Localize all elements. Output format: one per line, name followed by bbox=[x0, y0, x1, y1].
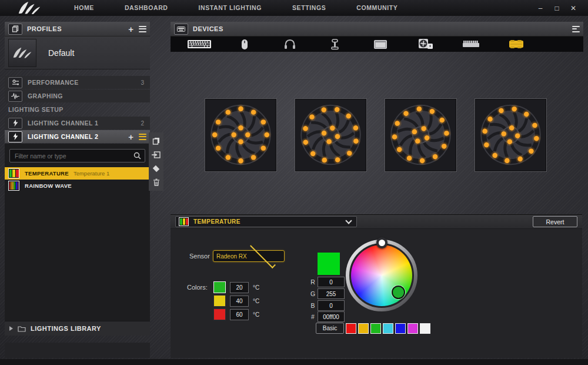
sidebar-item-lighting-channel-2[interactable]: LIGHTING CHANNEL 2 + bbox=[5, 130, 150, 143]
temperature-gradient-swatch bbox=[179, 217, 189, 226]
stop-color-swatch[interactable] bbox=[213, 308, 226, 320]
devices-title: DEVICES bbox=[193, 25, 572, 32]
temperature-gradient-swatch bbox=[8, 168, 19, 178]
lightings-library-toggle[interactable]: LIGHTINGS LIBRARY bbox=[5, 321, 150, 336]
device-memory[interactable] bbox=[448, 36, 493, 52]
device-keyboard[interactable] bbox=[176, 36, 222, 52]
nav-settings[interactable]: SETTINGS bbox=[277, 0, 341, 16]
effect-item-temperature[interactable]: TEMPERATURE Temperature 1 bbox=[5, 167, 150, 180]
effect-settings-panel: TEMPERATURE Revert Sensor Radeon RX Vega… bbox=[171, 215, 582, 358]
revert-button[interactable]: Revert bbox=[533, 216, 577, 227]
stop-temp-input[interactable] bbox=[230, 296, 249, 307]
device-lighting-node[interactable] bbox=[493, 36, 539, 52]
nav-dashboard[interactable]: DASHBOARD bbox=[109, 0, 183, 16]
chevron-down-icon bbox=[250, 243, 276, 268]
nav-community[interactable]: COMMUNITY bbox=[341, 0, 413, 16]
fan-4[interactable] bbox=[475, 98, 547, 172]
sidebar-section-lighting-setup: LIGHTING SETUP bbox=[5, 103, 150, 116]
hex-input[interactable] bbox=[318, 311, 345, 322]
folder-icon bbox=[18, 326, 26, 332]
sidebar-item-graphing[interactable]: GRAPHING bbox=[5, 89, 150, 102]
sidebar-item-lighting-channel-1[interactable]: LIGHTING CHANNEL 1 2 bbox=[5, 117, 150, 130]
minimize-button[interactable]: – bbox=[536, 4, 544, 12]
effect-label: TEMPERATURE bbox=[25, 170, 69, 177]
keyboard-icon bbox=[174, 24, 188, 35]
stop-temp-input[interactable] bbox=[230, 309, 249, 320]
effect-sublabel: Temperature 1 bbox=[74, 170, 109, 177]
headset-stand-icon bbox=[330, 39, 339, 50]
sidebar-item-performance[interactable]: PERFORMANCE 3 bbox=[5, 76, 150, 89]
window-controls: – □ ✕ bbox=[536, 0, 577, 16]
basic-mode-button[interactable]: Basic bbox=[316, 323, 344, 334]
copy-icon[interactable] bbox=[151, 136, 161, 146]
filter-input[interactable] bbox=[14, 152, 133, 160]
effect-type-value: TEMPERATURE bbox=[193, 218, 346, 225]
devices-header: DEVICES bbox=[171, 22, 583, 36]
palette-swatch-magenta[interactable] bbox=[407, 323, 418, 334]
palette-swatch-red[interactable] bbox=[346, 323, 356, 334]
palette-swatch-white[interactable] bbox=[420, 323, 430, 334]
headset-icon bbox=[284, 39, 296, 50]
trash-icon[interactable] bbox=[151, 177, 161, 187]
color-wheel[interactable] bbox=[345, 238, 419, 313]
profiles-title: PROFILES bbox=[27, 25, 128, 32]
stop-temp-input[interactable] bbox=[230, 282, 249, 293]
temp-stop-row-1: °C bbox=[213, 281, 259, 293]
sidebar-item-label: PERFORMANCE bbox=[28, 79, 141, 86]
fan-1[interactable] bbox=[205, 98, 277, 172]
fan-3[interactable] bbox=[385, 98, 457, 172]
filter-field bbox=[9, 149, 145, 162]
palette-swatch-blue[interactable] bbox=[395, 323, 406, 334]
memory-icon bbox=[462, 40, 480, 48]
g-label: G bbox=[310, 290, 316, 297]
palette-swatch-cyan[interactable] bbox=[383, 323, 393, 334]
blue-field-row: B bbox=[310, 300, 345, 311]
nav-home[interactable]: HOME bbox=[59, 0, 109, 16]
profile-item-default[interactable]: Default bbox=[5, 36, 150, 69]
device-headset-stand[interactable] bbox=[312, 36, 358, 52]
liquid-cooler-icon bbox=[418, 38, 433, 50]
red-input[interactable] bbox=[318, 277, 345, 287]
device-liquid-cooler[interactable] bbox=[403, 36, 448, 52]
nav-instant-lighting[interactable]: INSTANT LIGHTING bbox=[183, 0, 277, 16]
lightning-icon bbox=[8, 131, 22, 142]
import-icon[interactable] bbox=[151, 150, 161, 160]
brightness-knob[interactable] bbox=[376, 237, 387, 248]
color-selector-handle[interactable] bbox=[392, 286, 405, 299]
channel1-count-badge: 2 bbox=[141, 120, 144, 127]
unit-label: °C bbox=[253, 311, 259, 318]
hex-label: # bbox=[310, 313, 316, 320]
maximize-button[interactable]: □ bbox=[553, 4, 561, 12]
stop-color-swatch[interactable] bbox=[213, 281, 226, 293]
rainbow-gradient-swatch bbox=[8, 181, 19, 191]
device-headset[interactable] bbox=[267, 36, 312, 52]
diamond-icon[interactable] bbox=[151, 164, 161, 174]
temp-stop-row-2: °C bbox=[213, 295, 259, 307]
fan-2[interactable] bbox=[295, 98, 367, 172]
devices-panel: DEVICES bbox=[171, 22, 583, 52]
close-button[interactable]: ✕ bbox=[569, 4, 577, 12]
performance-count-badge: 3 bbox=[141, 79, 144, 86]
library-label: LIGHTINGS LIBRARY bbox=[31, 325, 101, 332]
stop-color-swatch[interactable] bbox=[213, 295, 226, 307]
main-nav: HOME DASHBOARD INSTANT LIGHTING SETTINGS… bbox=[59, 0, 413, 16]
green-field-row: G bbox=[310, 288, 345, 299]
quick-palette bbox=[346, 323, 430, 334]
sensor-dropdown[interactable]: Radeon RX Vega T... bbox=[213, 250, 285, 262]
palette-swatch-green[interactable] bbox=[370, 323, 381, 334]
device-power-supply[interactable] bbox=[358, 36, 403, 52]
effects-list: TEMPERATURE Temperature 1 RAINBOW WAVE bbox=[5, 167, 150, 192]
profiles-menu-button[interactable] bbox=[139, 24, 146, 34]
colors-label: Colors: bbox=[187, 284, 208, 291]
add-lighting-effect-button[interactable]: + bbox=[128, 132, 133, 141]
add-profile-button[interactable]: + bbox=[128, 25, 133, 34]
blue-input[interactable] bbox=[318, 300, 345, 311]
device-sort-icon[interactable] bbox=[572, 24, 580, 34]
green-input[interactable] bbox=[318, 288, 345, 299]
effect-type-dropdown[interactable]: TEMPERATURE bbox=[175, 216, 357, 227]
channel-menu-button[interactable] bbox=[139, 132, 146, 141]
palette-swatch-gold[interactable] bbox=[358, 323, 369, 334]
effect-settings-header: TEMPERATURE Revert bbox=[171, 215, 582, 229]
effect-item-rainbow-wave[interactable]: RAINBOW WAVE bbox=[5, 180, 150, 192]
device-mouse[interactable] bbox=[222, 36, 267, 52]
